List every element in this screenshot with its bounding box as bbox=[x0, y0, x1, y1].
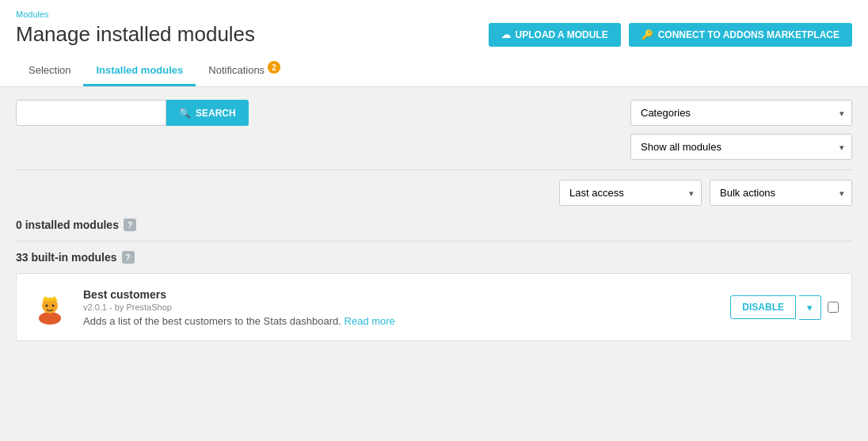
header-buttons: ☁ UPLOAD A MODULE 🔑 CONNECT TO ADDONS MA… bbox=[489, 23, 852, 47]
svg-point-3 bbox=[46, 305, 48, 307]
module-name: Best customers bbox=[83, 288, 718, 301]
tab-installed-modules[interactable]: Installed modules bbox=[83, 56, 196, 86]
last-access-dropdown[interactable]: Last access bbox=[559, 180, 702, 206]
breadcrumb: Modules bbox=[16, 10, 852, 19]
module-action-dropdown-button[interactable]: ▾ bbox=[799, 295, 821, 320]
page-title: Manage installed modules bbox=[16, 22, 255, 47]
bulk-actions-dropdown-wrapper: Bulk actions ▾ bbox=[710, 180, 852, 206]
module-description: Adds a list of the best customers to the… bbox=[83, 315, 718, 327]
search-input[interactable] bbox=[16, 100, 166, 126]
search-group: 🔍 SEARCH bbox=[16, 100, 249, 126]
connect-marketplace-button[interactable]: 🔑 CONNECT TO ADDONS MARKETPLACE bbox=[629, 23, 852, 47]
module-card: Best customers v2.0.1 - by PrestaShop Ad… bbox=[16, 273, 852, 341]
cloud-upload-icon: ☁ bbox=[501, 29, 511, 40]
notifications-badge: 2 bbox=[268, 61, 280, 74]
categories-dropdown[interactable]: Categories bbox=[630, 100, 852, 126]
module-actions: DISABLE ▾ bbox=[730, 295, 839, 320]
module-action-chevron-icon: ▾ bbox=[807, 302, 813, 314]
divider-1 bbox=[16, 169, 852, 170]
sort-actions-row: Last access ▾ Bulk actions ▾ bbox=[16, 180, 852, 206]
tab-selection[interactable]: Selection bbox=[16, 56, 83, 86]
module-checkbox[interactable] bbox=[828, 302, 839, 313]
module-version: v2.0.1 - by PrestaShop bbox=[83, 302, 718, 312]
installed-section-header: 0 installed modules ? bbox=[16, 219, 852, 231]
svg-point-4 bbox=[52, 305, 55, 307]
tab-nav: Selection Installed modules Notification… bbox=[16, 56, 852, 86]
svg-point-0 bbox=[39, 312, 61, 325]
module-info: Best customers v2.0.1 - by PrestaShop Ad… bbox=[83, 288, 718, 327]
best-customers-icon-svg bbox=[31, 288, 69, 326]
key-icon: 🔑 bbox=[641, 29, 653, 40]
module-read-more-link[interactable]: Read more bbox=[345, 315, 395, 327]
builtin-section-header: 33 built-in modules ? bbox=[16, 251, 852, 264]
disable-button[interactable]: DISABLE bbox=[730, 295, 796, 319]
divider-2 bbox=[16, 241, 852, 241]
builtin-help-icon[interactable]: ? bbox=[122, 251, 135, 264]
builtin-section-title: 33 built-in modules bbox=[16, 251, 117, 264]
search-icon: 🔍 bbox=[179, 108, 191, 119]
show-modules-dropdown[interactable]: Show all modules bbox=[630, 134, 852, 160]
installed-section-title: 0 installed modules bbox=[16, 219, 119, 231]
categories-dropdown-wrapper: Categories ▾ bbox=[630, 100, 852, 126]
upload-module-button[interactable]: ☁ UPLOAD A MODULE bbox=[489, 23, 621, 47]
module-icon bbox=[29, 287, 70, 328]
installed-help-icon[interactable]: ? bbox=[124, 219, 136, 231]
bulk-actions-dropdown[interactable]: Bulk actions bbox=[710, 180, 852, 206]
search-button[interactable]: 🔍 SEARCH bbox=[166, 100, 249, 126]
show-modules-dropdown-wrapper: Show all modules ▾ bbox=[630, 134, 852, 160]
last-access-dropdown-wrapper: Last access ▾ bbox=[559, 180, 702, 206]
tab-notifications[interactable]: Notifications 2 bbox=[196, 56, 282, 86]
